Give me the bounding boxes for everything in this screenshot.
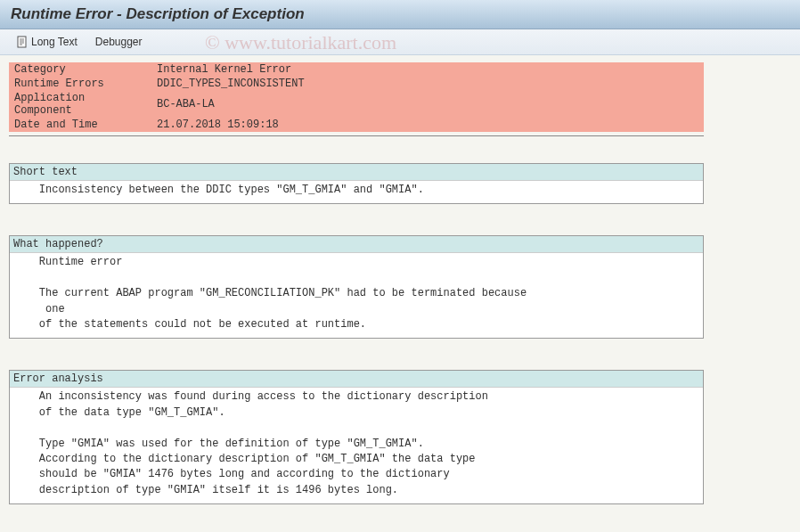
divider [9, 135, 704, 136]
info-row-datetime: Date and Time 21.07.2018 15:09:18 [9, 118, 704, 132]
info-row-app-component: Application Component BC-ABA-LA [9, 91, 704, 118]
category-label: Category [9, 62, 151, 77]
content-area: Category Internal Kernel Error Runtime E… [0, 55, 800, 512]
what-happened-header: What happened? [10, 236, 703, 253]
runtime-errors-label: Runtime Errors [9, 77, 151, 91]
category-value: Internal Kernel Error [151, 62, 704, 77]
app-component-label: Application Component [9, 91, 151, 118]
toolbar: Long Text Debugger [0, 29, 800, 55]
section-what-happened: What happened? Runtime error The current… [9, 235, 704, 339]
long-text-button[interactable]: Long Text [9, 33, 85, 51]
datetime-label: Date and Time [9, 118, 151, 132]
error-analysis-header: Error analysis [10, 371, 703, 388]
datetime-value: 21.07.2018 15:09:18 [151, 118, 704, 132]
long-text-label: Long Text [31, 36, 78, 48]
app-component-value: BC-ABA-LA [151, 91, 704, 118]
runtime-errors-value: DDIC_TYPES_INCONSISTENT [151, 77, 704, 91]
debugger-label: Debugger [95, 36, 143, 48]
what-happened-body: Runtime error The current ABAP program "… [10, 253, 703, 338]
short-text-header: Short text [10, 164, 703, 181]
debugger-button[interactable]: Debugger [88, 33, 150, 51]
title-bar: Runtime Error - Description of Exception [0, 0, 800, 29]
short-text-body: Inconsistency between the DDIC types "GM… [10, 181, 703, 203]
error-analysis-body: An inconsistency was found during access… [10, 388, 703, 503]
page-title: Runtime Error - Description of Exception [11, 5, 789, 23]
info-row-category: Category Internal Kernel Error [9, 62, 704, 77]
info-row-runtime-errors: Runtime Errors DDIC_TYPES_INCONSISTENT [9, 77, 704, 91]
svg-rect-0 [18, 37, 26, 47]
document-icon [16, 36, 29, 48]
section-error-analysis: Error analysis An inconsistency was foun… [9, 370, 704, 504]
info-table: Category Internal Kernel Error Runtime E… [9, 62, 704, 132]
section-short-text: Short text Inconsistency between the DDI… [9, 163, 704, 204]
